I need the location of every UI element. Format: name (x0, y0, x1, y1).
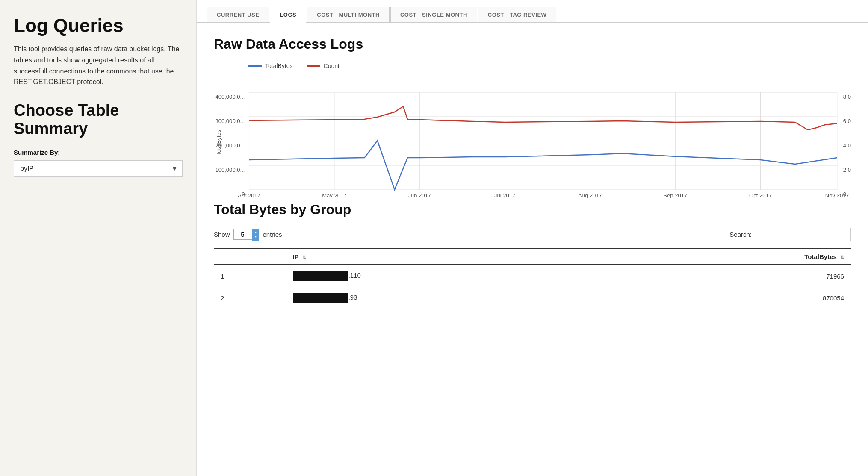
col-header-ip[interactable]: IP ⇅ (286, 248, 628, 265)
table-section: Total Bytes by Group Show ▲ ▼ entries Se… (214, 202, 851, 309)
main-panel: CURRENT USELOGSCOST - MULTI MONTHCOST - … (197, 0, 868, 476)
chart-legend: TotalBytes Count (248, 62, 851, 69)
row-totalbytes: 71966 (628, 265, 851, 287)
search-label: Search: (729, 231, 752, 238)
table-header-row: IP ⇅ TotalBytes ⇅ (214, 248, 851, 265)
table-row: 2 .93 870054 (214, 287, 851, 309)
sidebar-description: This tool provides queries of raw data b… (14, 44, 183, 87)
tab-cost---tag-review[interactable]: COST - TAG REVIEW (478, 7, 557, 22)
legend-totalbytes-line (248, 65, 262, 67)
row-totalbytes: 870054 (628, 287, 851, 309)
legend-totalbytes-label: TotalBytes (265, 62, 293, 69)
svg-text:400,000,0...: 400,000,0... (215, 94, 245, 100)
svg-text:TotalBytes: TotalBytes (216, 130, 222, 156)
svg-text:Oct 2017: Oct 2017 (749, 192, 772, 198)
tab-cost---multi-month[interactable]: COST - MULTI MONTH (307, 7, 390, 22)
svg-text:Nov 2017: Nov 2017 (825, 192, 849, 198)
svg-text:Jun 2017: Jun 2017 (408, 192, 431, 198)
sidebar-title: Log Queries (14, 15, 183, 36)
search-area: Search: (729, 228, 851, 241)
spinner-down-icon: ▼ (254, 235, 257, 238)
svg-text:Apr 2017: Apr 2017 (238, 192, 260, 198)
table-controls: Show ▲ ▼ entries Search: (214, 228, 851, 241)
tab-cost---single-month[interactable]: COST - SINGLE MONTH (390, 7, 477, 22)
chart-svg-wrapper: 0 100,000,0... 200,000,0... 300,000,0...… (214, 74, 851, 198)
row-index: 1 (214, 265, 286, 287)
choose-table-title: Choose Table Summary (14, 101, 183, 138)
entries-label: entries (263, 231, 282, 238)
svg-text:Aug 2017: Aug 2017 (578, 192, 602, 198)
svg-text:Jul 2017: Jul 2017 (494, 192, 515, 198)
tab-logs[interactable]: LOGS (270, 7, 306, 23)
chart-section: Raw Data Access Logs TotalBytes Count 0 … (214, 36, 851, 198)
legend-count-label: Count (324, 62, 340, 69)
chart-title: Raw Data Access Logs (214, 36, 851, 52)
ip-sort-icon: ⇅ (302, 255, 306, 260)
legend-count: Count (307, 62, 340, 69)
ip-redacted-block (293, 271, 348, 281)
summarize-dropdown-wrapper[interactable]: byIPbyUserbyDatebyBucket ▼ (14, 160, 183, 177)
row-ip: .110 (286, 265, 628, 287)
content-area: Raw Data Access Logs TotalBytes Count 0 … (197, 23, 868, 476)
svg-text:6,000: 6,000 (843, 118, 851, 124)
table-title: Total Bytes by Group (214, 202, 851, 217)
search-input[interactable] (757, 228, 851, 241)
legend-totalbytes: TotalBytes (248, 62, 293, 69)
svg-text:2,000: 2,000 (843, 167, 851, 173)
col-header-index (214, 248, 286, 265)
sidebar: Log Queries This tool provides queries o… (0, 0, 197, 476)
table-row: 1 .110 71966 (214, 265, 851, 287)
svg-text:Count: Count (850, 133, 851, 148)
entries-input-group[interactable]: ▲ ▼ (233, 229, 260, 241)
row-ip: .93 (286, 287, 628, 309)
svg-text:8,000: 8,000 (843, 94, 851, 100)
entries-spinner-btn[interactable]: ▲ ▼ (252, 229, 260, 241)
totalbytes-sort-icon: ⇅ (840, 255, 844, 260)
svg-text:May 2017: May 2017 (322, 192, 346, 198)
show-label: Show (214, 231, 230, 238)
chart-svg: 0 100,000,0... 200,000,0... 300,000,0...… (214, 74, 851, 198)
row-index: 2 (214, 287, 286, 309)
col-header-totalbytes[interactable]: TotalBytes ⇅ (628, 248, 851, 265)
summarize-dropdown[interactable]: byIPbyUserbyDatebyBucket (14, 160, 183, 177)
summarize-label: Summarize By: (14, 149, 183, 156)
entries-input[interactable] (233, 229, 252, 240)
ip-redacted-block (293, 293, 348, 303)
svg-text:Sep 2017: Sep 2017 (663, 192, 687, 198)
svg-text:100,000,0...: 100,000,0... (215, 167, 245, 173)
table-body: 1 .110 71966 2 .93 870054 (214, 265, 851, 309)
show-entries-control: Show ▲ ▼ entries (214, 229, 282, 241)
tab-current-use[interactable]: CURRENT USE (207, 7, 269, 22)
legend-count-line (307, 65, 320, 67)
spinner-up-icon: ▲ (254, 230, 257, 234)
svg-text:300,000,0...: 300,000,0... (215, 118, 245, 124)
data-table: IP ⇅ TotalBytes ⇅ 1 .110 71966 2 (214, 248, 851, 309)
tab-bar: CURRENT USELOGSCOST - MULTI MONTHCOST - … (197, 0, 868, 23)
